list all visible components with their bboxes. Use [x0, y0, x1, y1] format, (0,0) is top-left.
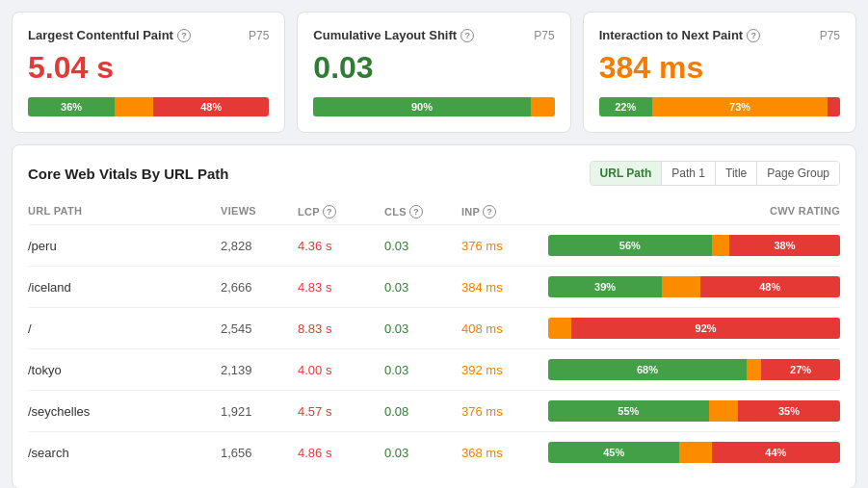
row-url-0: /peru	[28, 239, 221, 253]
row-url-5: /search	[28, 446, 221, 460]
tab-url-path[interactable]: URL Path	[591, 162, 663, 185]
row-cls-0: 0.03	[384, 239, 461, 253]
tab-page-group[interactable]: Page Group	[757, 162, 839, 185]
rating-segment-1-1	[662, 276, 699, 297]
row-rating-3: 68%27%	[548, 359, 840, 380]
bar-segment-0-1	[115, 97, 153, 116]
row-inp-1: 384 ms	[461, 280, 548, 295]
tab-title[interactable]: Title	[716, 162, 757, 185]
card-progress-2: 22%73%	[599, 97, 840, 116]
row-cls-1: 0.03	[384, 280, 461, 295]
card-header-1: Cumulative Layout Shift?P75	[313, 28, 554, 42]
row-cls-4: 0.08	[384, 404, 461, 419]
row-url-3: /tokyo	[28, 363, 221, 377]
rating-segment-5-0: 45%	[548, 442, 679, 463]
main-card-title: Core Web Vitals By URL Path	[28, 166, 228, 182]
card-percentile-2: P75	[820, 29, 840, 42]
card-percentile-0: P75	[249, 29, 269, 42]
card-title-1: Cumulative Layout Shift?	[313, 28, 474, 42]
row-views-4: 1,921	[221, 404, 298, 419]
row-inp-5: 368 ms	[461, 446, 548, 460]
row-inp-2: 408 ms	[461, 321, 548, 336]
row-cls-3: 0.03	[384, 363, 461, 377]
row-inp-3: 392 ms	[461, 363, 548, 377]
row-rating-4: 55%35%	[548, 400, 840, 422]
table-row: /2,5458.83 s0.03408 ms92%	[28, 308, 840, 349]
row-cls-2: 0.03	[384, 321, 461, 336]
main-card-header: Core Web Vitals By URL Path URL PathPath…	[28, 161, 840, 186]
tab-path-1[interactable]: Path 1	[662, 162, 716, 185]
card-title-2: Interaction to Next Paint?	[599, 28, 761, 42]
row-inp-0: 376 ms	[461, 239, 548, 253]
card-percentile-1: P75	[534, 29, 554, 42]
rating-segment-3-2: 27%	[761, 359, 840, 380]
card-help-icon-1[interactable]: ?	[460, 29, 474, 42]
card-progress-1: 90%	[313, 97, 554, 116]
top-metrics-section: Largest Contentful Paint?P755.04 s36%48%…	[12, 12, 856, 133]
row-url-4: /seychelles	[28, 404, 221, 419]
bar-segment-2-2	[828, 97, 840, 116]
bar-segment-0-2: 48%	[153, 97, 269, 116]
row-views-3: 2,139	[221, 363, 298, 377]
rating-segment-0-1	[712, 235, 729, 256]
bar-segment-0-0: 36%	[28, 97, 115, 116]
rating-segment-4-0: 55%	[548, 400, 709, 422]
rating-segment-2-1: 92%	[571, 318, 840, 339]
rating-segment-3-1	[747, 359, 761, 380]
card-header-2: Interaction to Next Paint?P75	[599, 28, 840, 42]
tab-group: URL PathPath 1TitlePage Group	[590, 161, 840, 186]
rating-segment-3-0: 68%	[548, 359, 747, 380]
card-help-icon-0[interactable]: ?	[177, 29, 191, 42]
row-rating-2: 92%	[548, 318, 840, 339]
row-url-2: /	[28, 321, 221, 336]
rating-segment-1-0: 39%	[548, 276, 662, 297]
card-help-icon-2[interactable]: ?	[747, 29, 760, 42]
table-row: /seychelles1,9214.57 s0.08376 ms55%35%	[28, 391, 840, 432]
bar-segment-1-0: 90%	[313, 97, 530, 116]
table-row: /search1,6564.86 s0.03368 ms45%44%	[28, 432, 840, 473]
table-row: /peru2,8284.36 s0.03376 ms56%38%	[28, 225, 840, 267]
row-views-1: 2,666	[221, 280, 298, 295]
card-value-0: 5.04 s	[28, 50, 269, 86]
card-header-0: Largest Contentful Paint?P75	[28, 28, 269, 42]
card-value-1: 0.03	[313, 50, 554, 86]
bar-segment-2-1: 73%	[652, 97, 829, 116]
row-lcp-2: 8.83 s	[298, 321, 384, 336]
row-cls-5: 0.03	[384, 446, 461, 460]
metric-card-2: Interaction to Next Paint?P75384 ms22%73…	[583, 12, 856, 133]
col-views: VIEWS	[221, 205, 298, 218]
card-value-2: 384 ms	[599, 50, 840, 86]
rating-segment-2-0	[548, 318, 571, 339]
row-lcp-0: 4.36 s	[298, 239, 384, 253]
row-lcp-1: 4.83 s	[298, 280, 384, 295]
row-rating-0: 56%38%	[548, 235, 840, 256]
rating-segment-4-2: 35%	[738, 400, 840, 422]
metric-card-0: Largest Contentful Paint?P755.04 s36%48%	[12, 12, 285, 133]
col-inp: INP ?	[461, 205, 548, 218]
bar-segment-2-0: 22%	[599, 97, 652, 116]
table-row: /tokyo2,1394.00 s0.03392 ms68%27%	[28, 349, 840, 391]
rating-segment-5-2: 44%	[712, 442, 840, 463]
row-views-2: 2,545	[221, 321, 298, 336]
row-inp-4: 376 ms	[461, 404, 548, 419]
lcp-help-icon[interactable]: ?	[323, 205, 336, 218]
col-cwv-rating: CWV RATING	[548, 205, 840, 218]
table-container: URL PATH VIEWS LCP ? CLS ? INP ? CWV RAT…	[28, 201, 840, 473]
rating-segment-1-2: 48%	[700, 276, 840, 297]
row-lcp-4: 4.57 s	[298, 404, 384, 419]
inp-help-icon[interactable]: ?	[483, 205, 496, 218]
row-rating-1: 39%48%	[548, 276, 840, 297]
cls-help-icon[interactable]: ?	[409, 205, 423, 218]
bar-segment-1-1	[531, 97, 555, 116]
col-cls: CLS ?	[384, 205, 461, 218]
row-rating-5: 45%44%	[548, 442, 840, 463]
metric-card-1: Cumulative Layout Shift?P750.0390%	[297, 12, 570, 133]
rating-segment-5-1	[679, 442, 711, 463]
row-views-0: 2,828	[221, 239, 298, 253]
row-lcp-3: 4.00 s	[298, 363, 384, 377]
rating-segment-0-2: 38%	[729, 235, 840, 256]
rating-segment-0-0: 56%	[548, 235, 712, 256]
row-views-5: 1,656	[221, 446, 298, 460]
card-progress-0: 36%48%	[28, 97, 269, 116]
table-header: URL PATH VIEWS LCP ? CLS ? INP ? CWV RAT…	[28, 201, 840, 225]
